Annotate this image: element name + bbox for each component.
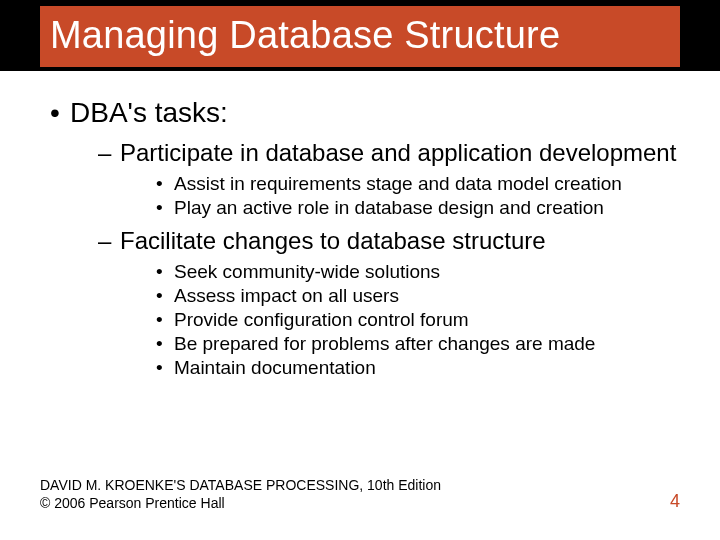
list-item: Seek community-wide solutions [156,261,680,283]
slide: Managing Database Structure DBA's tasks:… [0,0,720,540]
bullet-text: Provide configuration control forum [174,309,469,330]
bullet-text: DBA's tasks: [70,97,228,128]
bullet-text: Play an active role in database design a… [174,197,604,218]
list-item: Be prepared for problems after changes a… [156,333,680,355]
list-item: Provide configuration control forum [156,309,680,331]
bullet-text: Seek community-wide solutions [174,261,440,282]
bullet-subsublist: Seek community-wide solutions Assess imp… [120,261,680,379]
list-item: Participate in database and application … [98,139,680,219]
bullet-text: Be prepared for problems after changes a… [174,333,595,354]
list-item: DBA's tasks: Participate in database and… [50,97,680,379]
bullet-text: Facilitate changes to database structure [120,227,546,254]
footer-line-2: © 2006 Pearson Prentice Hall [40,494,441,512]
footer: DAVID M. KROENKE'S DATABASE PROCESSING, … [40,476,680,512]
title-bar: Managing Database Structure [0,0,720,71]
slide-body: DBA's tasks: Participate in database and… [0,71,720,379]
list-item: Assist in requirements stage and data mo… [156,173,680,195]
footer-line-1: DAVID M. KROENKE'S DATABASE PROCESSING, … [40,476,441,494]
list-item: Play an active role in database design a… [156,197,680,219]
slide-title: Managing Database Structure [50,14,670,57]
bullet-sublist: Participate in database and application … [70,139,680,379]
title-box: Managing Database Structure [40,6,680,67]
page-number: 4 [670,491,680,512]
bullet-subsublist: Assist in requirements stage and data mo… [120,173,680,219]
bullet-text: Participate in database and application … [120,139,676,166]
bullet-text: Assess impact on all users [174,285,399,306]
list-item: Maintain documentation [156,357,680,379]
bullet-text: Maintain documentation [174,357,376,378]
footer-left: DAVID M. KROENKE'S DATABASE PROCESSING, … [40,476,441,512]
list-item: Assess impact on all users [156,285,680,307]
list-item: Facilitate changes to database structure… [98,227,680,379]
bullet-text: Assist in requirements stage and data mo… [174,173,622,194]
bullet-list: DBA's tasks: Participate in database and… [40,97,680,379]
